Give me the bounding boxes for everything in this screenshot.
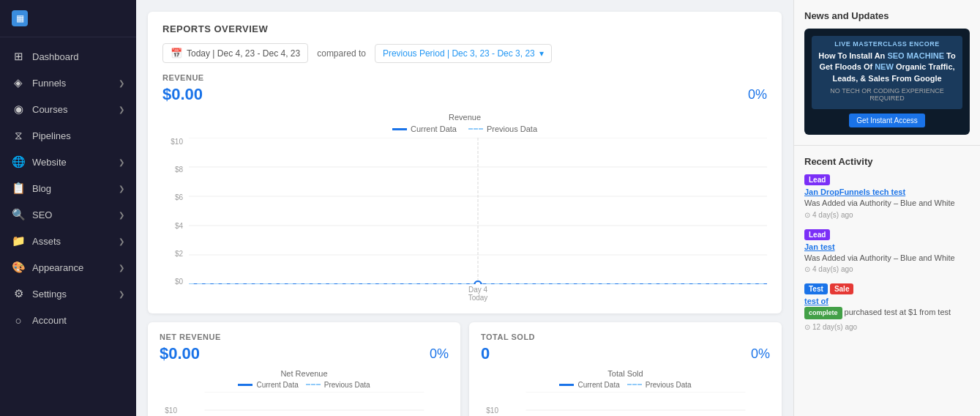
news-banner: LIVE MASTERCLASS ENCORE How To Install A…	[804, 29, 970, 135]
activity-name[interactable]: Jan DropFunnels tech test	[804, 187, 970, 196]
net-legend-solid	[238, 384, 253, 386]
net-revenue-chart-area: $10	[160, 392, 449, 416]
net-revenue-legend-current: Current Data	[238, 381, 298, 389]
total-sold-chart-area: $10	[481, 392, 770, 416]
news-section: News and Updates LIVE MASTERCLASS ENCORE…	[794, 0, 980, 146]
assets-icon: 📁	[12, 234, 25, 248]
activity-item: Lead Jan DropFunnels tech test Was Added…	[804, 174, 970, 218]
previous-period-button[interactable]: Previous Period | Dec 3, 23 - Dec 3, 23 …	[375, 44, 552, 63]
website-chevron-icon: ❯	[119, 158, 124, 166]
activity-name[interactable]: Jan test	[804, 242, 970, 251]
nav-item-left: ◉ Courses	[12, 103, 67, 116]
account-icon: ○	[12, 313, 25, 327]
chart-title: Revenue	[162, 113, 767, 122]
seo-chevron-icon: ❯	[119, 211, 124, 219]
current-date-button[interactable]: 📅 Today | Dec 4, 23 - Dec 4, 23	[162, 43, 308, 63]
website-icon: 🌐	[12, 155, 25, 168]
funnels-chevron-icon: ❯	[119, 79, 124, 87]
reports-title: REPORTS OVERVIEW	[162, 23, 767, 34]
current-date-label: Today | Dec 4, 23 - Dec 4, 23	[187, 48, 300, 59]
reports-panel: REPORTS OVERVIEW 📅 Today | Dec 4, 23 - D…	[148, 12, 782, 313]
new-highlight: NEW	[875, 62, 894, 71]
sidebar-item-seo[interactable]: 🔍 SEO ❯	[0, 201, 136, 228]
appearance-label: Appearance	[32, 262, 83, 273]
total-sold-value: 0	[481, 344, 490, 363]
courses-icon: ◉	[12, 103, 25, 116]
net-revenue-legend-previous: Previous Data	[306, 381, 370, 389]
net-y-label: $10	[160, 406, 177, 415]
activity-detail: complete purchased test at $1 from test	[804, 307, 970, 322]
courses-chevron-icon: ❯	[119, 105, 124, 114]
sidebar-item-assets[interactable]: 📁 Assets ❯	[0, 228, 136, 254]
nav-item-left: 🎨 Appearance	[12, 261, 83, 274]
activity-section: Recent Activity Lead Jan DropFunnels tec…	[794, 146, 980, 416]
net-revenue-legend: Current Data Previous Data	[160, 381, 449, 389]
activity-title: Recent Activity	[804, 156, 970, 167]
activity-detail: Was Added via Authority – Blue and White	[804, 198, 970, 209]
date-controls: 📅 Today | Dec 4, 23 - Dec 4, 23 compared…	[162, 43, 767, 63]
clock-icon: ⊙	[804, 211, 810, 219]
chart-x-labels: Day 4 Today	[189, 286, 767, 302]
total-sold-percent: 0%	[751, 346, 770, 362]
seo-icon: 🔍	[12, 208, 25, 221]
nav-item-left: 📁 Assets	[12, 234, 61, 248]
nav-item-left: 🔍 SEO	[12, 208, 52, 221]
revenue-metric-row: $0.00 0%	[162, 85, 767, 104]
total-sold-panel: TOTAL SOLD 0 0% Total Sold Current Data …	[469, 322, 782, 416]
chart-main-area: Day 4 Today	[189, 138, 767, 302]
nav-item-left: 🌐 Website	[12, 155, 67, 168]
net-revenue-row: $0.00 0%	[160, 344, 449, 363]
news-cta-button[interactable]: Get Instant Access	[849, 114, 924, 127]
logo-icon: ▦	[12, 10, 28, 26]
dashboard-icon: ⊞	[12, 50, 25, 63]
total-sold-chart-svg	[501, 392, 770, 416]
badge-lead: Lead	[804, 229, 830, 240]
news-banner-inner: LIVE MASTERCLASS ENCORE How To Install A…	[812, 36, 962, 109]
settings-icon: ⚙	[12, 287, 25, 300]
badge-lead: Lead	[804, 174, 830, 185]
legend-previous: Previous Data	[468, 125, 537, 133]
activity-badges: Lead	[804, 229, 970, 242]
total-sold-legend-previous: Previous Data	[627, 381, 692, 389]
net-revenue-percent: 0%	[430, 346, 449, 362]
courses-label: Courses	[32, 104, 67, 115]
sidebar-nav: ⊞ Dashboard ◈ Funnels ❯ ◉ Courses ❯ ⧖ Pi…	[0, 37, 136, 416]
chevron-down-icon: ▾	[539, 48, 544, 59]
sidebar-item-account[interactable]: ○ Account	[0, 307, 136, 333]
funnels-icon: ◈	[12, 76, 25, 89]
seo-label: SEO	[32, 209, 52, 220]
sidebar-item-settings[interactable]: ⚙ Settings ❯	[0, 281, 136, 307]
sidebar: ▦ ⊞ Dashboard ◈ Funnels ❯ ◉ Courses ❯ ⧖ …	[0, 0, 136, 416]
net-revenue-value: $0.00	[160, 344, 200, 363]
total-sold-legend: Current Data Previous Data	[481, 381, 770, 389]
legend-current: Current Data	[392, 125, 457, 133]
activity-badges: Lead	[804, 174, 970, 187]
activity-name[interactable]: test of	[804, 297, 970, 305]
sidebar-item-funnels[interactable]: ◈ Funnels ❯	[0, 70, 136, 96]
dashboard-label: Dashboard	[32, 51, 79, 62]
seo-highlight: SEO MACHINE	[887, 51, 944, 60]
nav-item-left: ⊞ Dashboard	[12, 50, 79, 63]
net-revenue-chart-svg	[180, 392, 449, 416]
activity-time: ⊙ 12 day(s) ago	[804, 323, 970, 331]
revenue-value: $0.00	[162, 85, 203, 104]
sidebar-item-pipelines[interactable]: ⧖ Pipelines	[0, 122, 136, 149]
sidebar-item-courses[interactable]: ◉ Courses ❯	[0, 96, 136, 122]
activity-time: ⊙ 4 day(s) ago	[804, 211, 970, 219]
total-sold-row: 0 0%	[481, 344, 770, 363]
total-legend-solid	[559, 384, 574, 386]
revenue-chart-svg	[189, 138, 767, 284]
activity-item: Lead Jan test Was Added via Authority – …	[804, 229, 970, 273]
sidebar-item-appearance[interactable]: 🎨 Appearance ❯	[0, 254, 136, 281]
activity-item: Test Sale test of complete purchased tes…	[804, 283, 970, 331]
blog-label: Blog	[32, 183, 51, 194]
sidebar-item-website[interactable]: 🌐 Website ❯	[0, 149, 136, 175]
sidebar-item-blog[interactable]: 📋 Blog ❯	[0, 175, 136, 201]
news-banner-headline: How To Install An SEO MACHINE To Get Flo…	[816, 51, 958, 84]
website-label: Website	[32, 157, 67, 168]
blog-icon: 📋	[12, 182, 25, 195]
nav-item-left: 📋 Blog	[12, 182, 51, 195]
sidebar-item-dashboard[interactable]: ⊞ Dashboard	[0, 43, 136, 70]
net-legend-dashed	[306, 384, 321, 386]
legend-dashed-line	[468, 128, 483, 130]
